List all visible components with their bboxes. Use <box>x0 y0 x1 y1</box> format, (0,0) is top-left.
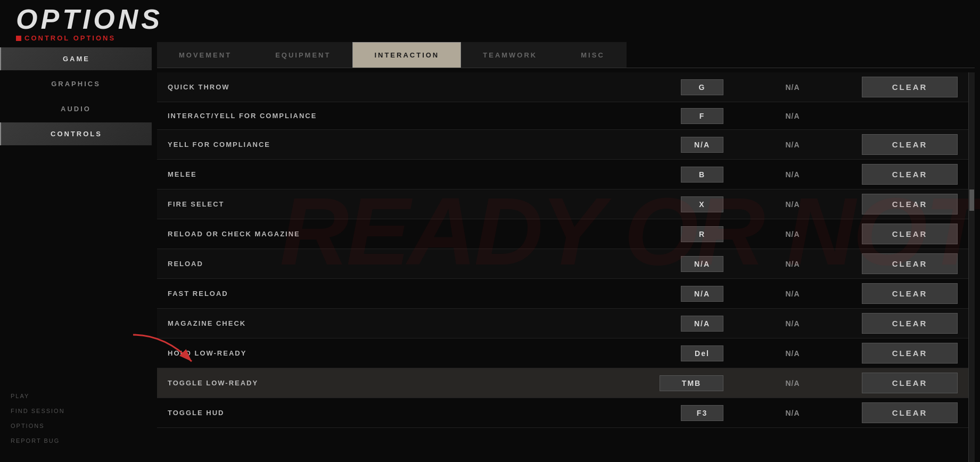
scrollbar-track[interactable] <box>968 72 975 462</box>
clear-button-fast-reload[interactable]: CLEAR <box>862 283 958 304</box>
sidebar-item-graphics[interactable]: GRAPHICS <box>0 72 152 95</box>
page-subtitle: CONTROL OPTIONS <box>16 34 964 42</box>
tab-movement[interactable]: MOVEMENT <box>157 42 253 68</box>
sidebar-bottom-options[interactable]: OPTIONS <box>11 420 141 431</box>
action-label: INTERACT/YELL FOR COMPLIANCE <box>157 108 338 124</box>
page-container: READY OR NOT OPTIONS CONTROL OPTIONS GAM… <box>0 0 980 462</box>
sidebar-item-game[interactable]: GAME <box>0 47 152 70</box>
secondary-key: N/A <box>734 285 851 302</box>
clear-cell: CLEAR <box>851 368 968 398</box>
key-badge-fast-reload-primary[interactable]: N/A <box>681 286 723 302</box>
primary-key[interactable]: F3 <box>338 401 734 425</box>
clear-button-hold-low-ready[interactable]: CLEAR <box>862 343 958 364</box>
action-label: FAST RELOAD <box>157 285 338 302</box>
primary-key[interactable]: TMB <box>338 371 734 395</box>
primary-key[interactable]: N/A <box>338 133 734 157</box>
clear-button-mag-check[interactable]: CLEAR <box>862 313 958 334</box>
clear-button-toggle-hud[interactable]: CLEAR <box>862 402 958 423</box>
subtitle-dot <box>16 36 21 41</box>
key-badge-yell-primary[interactable]: N/A <box>681 137 723 153</box>
secondary-key: N/A <box>734 79 851 96</box>
action-label: MAGAZINE CHECK <box>157 315 338 332</box>
header: OPTIONS CONTROL OPTIONS <box>0 0 980 42</box>
clear-cell <box>851 112 968 120</box>
sidebar-bottom-play[interactable]: PLAY <box>11 391 141 401</box>
watermark: READY OR NOT <box>279 176 980 286</box>
tab-bar: MOVEMENT EQUIPMENT INTERACTION TEAMWORK … <box>157 42 975 68</box>
clear-button-quick-throw[interactable]: CLEAR <box>862 77 958 97</box>
key-badge-quick-throw-primary[interactable]: G <box>681 79 723 95</box>
secondary-key: N/A <box>734 405 851 422</box>
primary-key[interactable]: Del <box>338 341 734 366</box>
clear-cell: CLEAR <box>851 130 968 159</box>
table-row: INTERACT/YELL FOR COMPLIANCE F N/A <box>157 102 968 130</box>
tab-interaction[interactable]: INTERACTION <box>352 42 461 68</box>
tab-equipment[interactable]: EQUIPMENT <box>253 42 352 68</box>
key-badge-interact-primary[interactable]: F <box>681 108 723 124</box>
table-row-highlighted: TOGGLE LOW-READY TMB N/A CLEAR <box>157 368 968 398</box>
secondary-key: N/A <box>734 375 851 392</box>
primary-key[interactable]: F <box>338 104 734 128</box>
sidebar-item-audio[interactable]: AUDIO <box>0 97 152 120</box>
clear-cell: CLEAR <box>851 398 968 427</box>
table-row: MAGAZINE CHECK N/A N/A CLEAR <box>157 309 968 339</box>
clear-button-yell[interactable]: CLEAR <box>862 134 958 155</box>
action-label: HOLD LOW-READY <box>157 345 338 361</box>
sidebar-bottom: PLAY FIND SESSION OPTIONS REPORT BUG <box>0 380 152 457</box>
clear-cell: CLEAR <box>851 309 968 338</box>
scrollbar-thumb[interactable] <box>969 189 974 211</box>
table-row: HOLD LOW-READY Del N/A CLEAR <box>157 339 968 368</box>
page-title: OPTIONS <box>16 5 964 33</box>
secondary-key: N/A <box>734 315 851 332</box>
tab-misc[interactable]: MISC <box>559 42 627 68</box>
sidebar-bottom-find-session[interactable]: FIND SESSION <box>11 406 141 416</box>
clear-cell: CLEAR <box>851 72 968 102</box>
sidebar: GAME GRAPHICS AUDIO CONTROLS PLAY FIND S… <box>0 42 152 462</box>
key-badge-toggle-hud-primary[interactable]: F3 <box>681 405 723 421</box>
clear-button-toggle-low-ready[interactable]: CLEAR <box>862 373 958 393</box>
key-badge-mag-check-primary[interactable]: N/A <box>681 316 723 332</box>
action-label: TOGGLE LOW-READY <box>157 375 338 391</box>
action-label: QUICK THROW <box>157 79 338 95</box>
tab-teamwork[interactable]: TEAMWORK <box>461 42 559 68</box>
secondary-key: N/A <box>734 136 851 153</box>
table-row: YELL FOR COMPLIANCE N/A N/A CLEAR <box>157 130 968 160</box>
primary-key[interactable]: G <box>338 75 734 100</box>
action-label: TOGGLE HUD <box>157 405 338 421</box>
secondary-key: N/A <box>734 108 851 125</box>
action-label: YELL FOR COMPLIANCE <box>157 136 338 153</box>
secondary-key: N/A <box>734 345 851 362</box>
primary-key[interactable]: N/A <box>338 311 734 336</box>
key-badge-toggle-low-ready-primary[interactable]: TMB <box>660 375 723 391</box>
clear-cell: CLEAR <box>851 339 968 368</box>
sidebar-item-controls[interactable]: CONTROLS <box>0 122 152 145</box>
sidebar-bottom-report-bug[interactable]: REPORT BUG <box>11 435 141 446</box>
table-row: TOGGLE HUD F3 N/A CLEAR <box>157 398 968 428</box>
key-badge-hold-low-ready-primary[interactable]: Del <box>681 345 723 361</box>
table-row: QUICK THROW G N/A CLEAR <box>157 72 968 102</box>
